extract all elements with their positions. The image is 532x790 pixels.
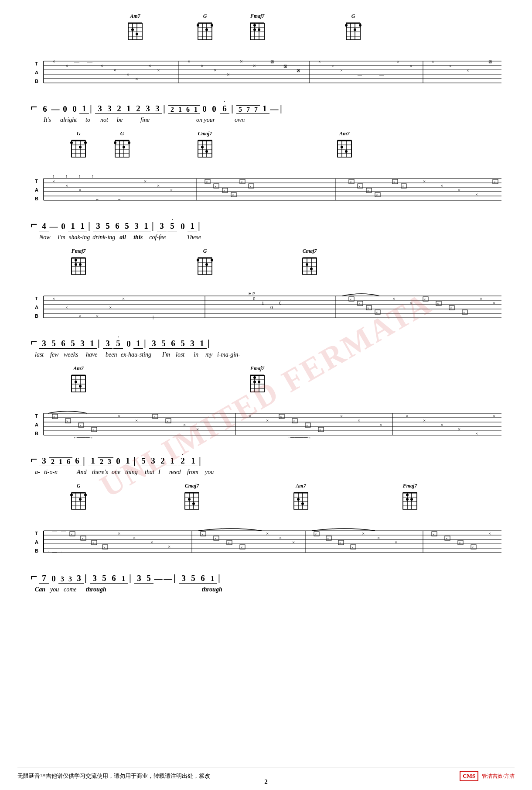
tab-staff-3: T A B × × × × × × H bbox=[31, 287, 501, 326]
svg-text:×: × bbox=[376, 311, 378, 315]
chord-grid bbox=[249, 20, 266, 41]
svg-text:×: × bbox=[201, 63, 204, 69]
footer-right: CMS 管洁吉效·方洁 bbox=[460, 771, 515, 781]
chord-g-4: G bbox=[113, 131, 131, 159]
lyrics-3: last few weeks have been ex-hau-sting I'… bbox=[31, 350, 501, 362]
lyric: fine bbox=[140, 117, 167, 124]
svg-text:×: × bbox=[52, 58, 55, 65]
svg-point-22 bbox=[205, 28, 208, 31]
chord-grid bbox=[344, 20, 362, 41]
svg-text:×: × bbox=[433, 532, 435, 536]
svg-point-390 bbox=[297, 498, 300, 501]
svg-rect-381 bbox=[294, 493, 308, 509]
svg-text:×: × bbox=[144, 179, 147, 184]
svg-text:×: × bbox=[215, 537, 217, 541]
svg-point-211 bbox=[75, 263, 77, 266]
lyric-through-1: through bbox=[86, 586, 110, 593]
svg-text:×: × bbox=[167, 419, 169, 423]
svg-text:×: × bbox=[446, 537, 448, 541]
svg-text:×: × bbox=[135, 76, 138, 82]
lyric: few bbox=[50, 351, 61, 358]
svg-point-117 bbox=[123, 146, 125, 148]
svg-text:B: B bbox=[35, 548, 38, 553]
chord-g-5: G bbox=[196, 248, 214, 276]
svg-text:×: × bbox=[78, 313, 81, 319]
svg-point-304 bbox=[253, 381, 256, 383]
svg-text:×: × bbox=[358, 302, 361, 306]
svg-text:×: × bbox=[79, 424, 82, 428]
svg-text:⊠: ⊠ bbox=[283, 64, 287, 69]
lyric: be bbox=[117, 117, 128, 124]
svg-text:×: × bbox=[65, 183, 68, 188]
svg-text:—: — bbox=[52, 529, 58, 534]
lyric: I bbox=[158, 469, 167, 476]
lyric: last bbox=[35, 351, 48, 358]
svg-text:×: × bbox=[395, 539, 397, 545]
notation-line-4: ⌐ 3 2 1 6 6 | 1 2 3 0 1 | 5 bbox=[31, 444, 501, 468]
svg-text:×: × bbox=[153, 415, 156, 419]
svg-text:×: × bbox=[157, 183, 160, 188]
svg-text:×: × bbox=[150, 539, 153, 545]
svg-text:×: × bbox=[118, 413, 120, 419]
svg-text:×: × bbox=[351, 546, 354, 550]
svg-text:×: × bbox=[168, 544, 171, 549]
svg-point-104 bbox=[84, 141, 87, 144]
svg-point-103 bbox=[70, 141, 73, 144]
svg-text:×: × bbox=[126, 72, 130, 78]
lyric: Now bbox=[39, 234, 55, 241]
svg-text:×: × bbox=[367, 306, 369, 310]
svg-text:|: | bbox=[153, 314, 153, 319]
lyric: ti-o-n bbox=[44, 469, 66, 476]
svg-text:A: A bbox=[35, 305, 38, 310]
svg-text:×: × bbox=[379, 422, 382, 427]
lyric: shak-ing bbox=[69, 234, 90, 241]
lyric: need bbox=[169, 469, 185, 476]
svg-text:↑: ↑ bbox=[52, 174, 55, 179]
svg-point-34 bbox=[258, 28, 260, 31]
svg-text:×: × bbox=[402, 185, 404, 189]
svg-rect-225 bbox=[303, 258, 317, 275]
svg-point-401 bbox=[406, 494, 409, 496]
lyric-you: you bbox=[50, 586, 61, 593]
svg-text:×: × bbox=[292, 539, 295, 545]
svg-text:×: × bbox=[376, 193, 378, 197]
svg-text:×: × bbox=[82, 537, 84, 541]
svg-text:×: × bbox=[331, 64, 334, 69]
svg-point-21 bbox=[211, 24, 213, 27]
svg-text:⌐————¬: ⌐————¬ bbox=[288, 435, 310, 440]
chord-fmaj7-3: Fmaj7 bbox=[249, 365, 266, 394]
svg-text:×: × bbox=[437, 302, 439, 306]
svg-text:×: × bbox=[350, 298, 352, 302]
lyric: from bbox=[187, 469, 203, 476]
svg-text:×: × bbox=[214, 67, 217, 73]
chord-name: Am7 bbox=[130, 13, 140, 20]
svg-text:×: × bbox=[103, 546, 106, 550]
svg-text:⌐———¬: ⌐———¬ bbox=[74, 435, 92, 440]
svg-text:×: × bbox=[327, 537, 329, 541]
lyric-can: Can bbox=[35, 586, 48, 593]
svg-point-128 bbox=[205, 150, 208, 153]
svg-point-9 bbox=[131, 28, 134, 31]
svg-text:0: 0 bbox=[253, 296, 256, 301]
svg-point-115 bbox=[114, 141, 116, 144]
svg-point-235 bbox=[310, 268, 313, 270]
svg-text:×: × bbox=[148, 63, 151, 69]
svg-text:×: × bbox=[423, 418, 426, 423]
chord-am7-4: Am7 bbox=[292, 483, 310, 511]
svg-text:×: × bbox=[65, 63, 68, 69]
notation-line-5: ⌐ 7 0 3 3 3 | 3 5 6 1 | 3 5 — — | bbox=[31, 561, 501, 585]
main-content: Am7 bbox=[17, 9, 515, 605]
svg-rect-23 bbox=[250, 23, 264, 40]
lyric: to bbox=[85, 117, 97, 124]
svg-text:T: T bbox=[35, 531, 38, 536]
svg-text:1: 1 bbox=[262, 300, 264, 306]
svg-text:×: × bbox=[340, 68, 343, 73]
svg-text:×: × bbox=[232, 193, 234, 197]
svg-text:×: × bbox=[458, 187, 460, 192]
svg-rect-35 bbox=[346, 23, 360, 40]
svg-text:×: × bbox=[423, 179, 426, 184]
lyric: own bbox=[235, 117, 248, 124]
chord-cmaj7-1: Cmaj7 bbox=[196, 131, 214, 159]
tab-staff-1: T A B × × — — × bbox=[31, 52, 501, 92]
svg-text:×: × bbox=[493, 413, 495, 419]
